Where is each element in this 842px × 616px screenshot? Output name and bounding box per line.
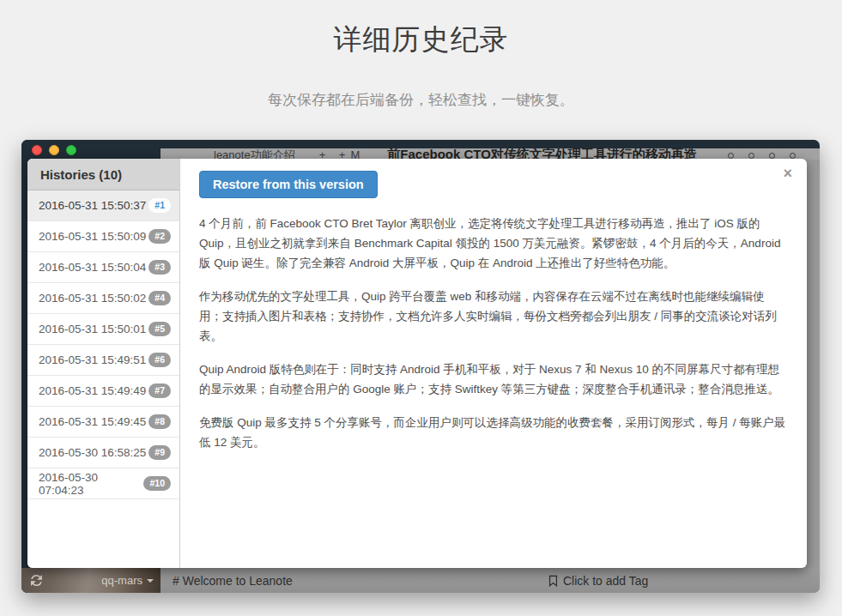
close-icon[interactable]: × <box>783 166 792 181</box>
account-name: qq-mars <box>101 574 142 587</box>
zoom-window-button[interactable] <box>66 145 76 155</box>
bookmark-icon <box>548 575 558 587</box>
history-item[interactable]: 2016-05-31 15:50:04 #3 <box>27 252 179 283</box>
history-time: 2016-05-30 16:58:25 <box>39 446 146 459</box>
histories-list: 2016-05-31 15:50:37 #1 2016-05-31 15:50:… <box>27 190 179 568</box>
history-time: 2016-05-31 15:49:51 <box>39 353 146 366</box>
history-time: 2016-05-31 15:49:49 <box>39 384 146 397</box>
note-paragraph: 4 个月前，前 Facebook CTO Bret Taylor 离职创业，选定… <box>199 214 786 273</box>
history-badge: #6 <box>148 353 171 367</box>
account-dropdown: qq-mars <box>101 574 154 587</box>
history-time: 2016-05-31 15:50:01 <box>39 323 146 335</box>
page-subtitle: 每次保存都在后端备份，轻松查找，一键恢复。 <box>0 90 842 110</box>
history-item[interactable]: 2016-05-31 15:50:37 #1 <box>27 190 179 221</box>
history-badge: #10 <box>143 476 171 491</box>
backdrop-statusbar: # Welcome to Leanote Click to add Tag <box>161 568 820 593</box>
history-badge: #2 <box>148 229 171 244</box>
histories-modal: Histories (10) 2016-05-31 15:50:37 #1 20… <box>27 159 807 568</box>
note-paragraph: 作为移动优先的文字处理工具，Quip 跨平台覆盖 web 和移动端，内容保存在云… <box>199 287 786 346</box>
toolbar-icon <box>728 153 734 159</box>
history-time: 2016-05-31 15:50:02 <box>39 292 146 305</box>
minimize-window-button[interactable] <box>49 145 59 155</box>
history-item[interactable]: 2016-05-30 16:58:25 #9 <box>27 438 179 468</box>
histories-header: Histories (10) <box>27 159 179 190</box>
close-window-button[interactable] <box>32 145 42 155</box>
history-badge: #4 <box>148 291 171 305</box>
traffic-lights <box>32 145 76 155</box>
add-tag-control: Click to add Tag <box>548 574 648 588</box>
history-item[interactable]: 2016-05-31 15:50:09 #2 <box>27 221 179 252</box>
history-item[interactable]: 2016-05-31 15:50:01 #5 <box>27 314 179 345</box>
toolbar-icon <box>790 153 796 159</box>
chevron-down-icon <box>147 579 154 583</box>
toolbar-icon <box>769 153 775 159</box>
history-time: 2016-05-30 07:04:23 <box>39 471 143 497</box>
history-item[interactable]: 2016-05-31 15:49:51 #6 <box>27 345 179 376</box>
toolbar-icon <box>748 153 754 159</box>
restore-version-button[interactable]: Restore from this version <box>199 171 378 198</box>
history-badge: #9 <box>148 445 171 460</box>
history-badge: #3 <box>148 260 171 275</box>
history-badge: #5 <box>148 322 171 336</box>
backdrop-sidebar-photo: qq-mars <box>21 568 161 593</box>
sync-icon <box>31 575 42 586</box>
note-paragraph: Quip Android 版特色则在于：同时支持 Android 手机和平板，对… <box>199 359 786 399</box>
history-time: 2016-05-31 15:50:37 <box>39 199 146 212</box>
note-paragraph: 免费版 Quip 最多支持 5 个分享账号，而企业用户则可以选择高级功能的收费套… <box>199 413 786 452</box>
history-time: 2016-05-31 15:50:04 <box>39 261 146 274</box>
history-item[interactable]: 2016-05-31 15:50:02 #4 <box>27 283 179 314</box>
app-window: leanote功能介绍 + +M 前Facebook CTO对传统文字处理工具进… <box>21 140 820 593</box>
note-preview-content: 4 个月前，前 Facebook CTO Bret Taylor 离职创业，选定… <box>199 214 788 452</box>
history-time: 2016-05-31 15:49:45 <box>39 415 146 428</box>
statusbar-note-title: # Welcome to Leanote <box>173 574 293 588</box>
page-title: 详细历史纪录 <box>0 21 842 59</box>
history-item[interactable]: 2016-05-31 15:49:45 #8 <box>27 407 179 438</box>
history-item[interactable]: 2016-05-31 15:49:49 #7 <box>27 376 179 407</box>
history-item[interactable]: 2016-05-30 07:04:23 #10 <box>27 468 179 499</box>
history-badge: #8 <box>148 414 171 429</box>
histories-sidebar: Histories (10) 2016-05-31 15:50:37 #1 20… <box>27 159 180 568</box>
window-titlebar <box>21 140 820 148</box>
add-tag-label: Click to add Tag <box>563 574 648 588</box>
history-badge: #1 <box>148 198 171 213</box>
hero-section: 详细历史纪录 每次保存都在后端备份，轻松查找，一键恢复。 <box>0 0 842 110</box>
history-time: 2016-05-31 15:50:09 <box>39 230 146 243</box>
history-badge: #7 <box>148 383 171 398</box>
history-preview-pane: Restore from this version × 4 个月前，前 Face… <box>180 159 807 568</box>
